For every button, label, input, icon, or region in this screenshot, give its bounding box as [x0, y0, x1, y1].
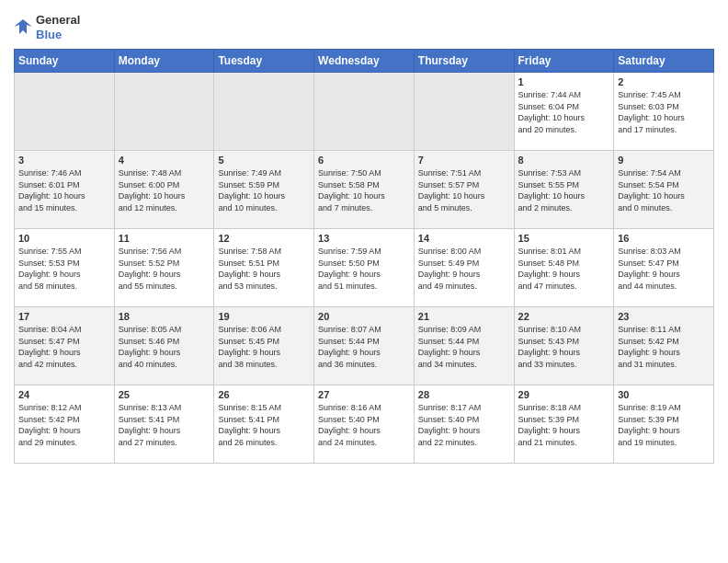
day-info: Sunrise: 8:07 AM Sunset: 5:44 PM Dayligh… [318, 324, 410, 370]
day-number: 5 [218, 155, 310, 166]
day-number: 12 [218, 233, 310, 244]
calendar-cell: 27Sunrise: 8:16 AM Sunset: 5:40 PM Dayli… [314, 385, 415, 464]
day-info: Sunrise: 8:06 AM Sunset: 5:45 PM Dayligh… [218, 324, 310, 370]
calendar-cell [314, 73, 415, 151]
calendar-cell: 1Sunrise: 7:44 AM Sunset: 6:04 PM Daylig… [514, 73, 614, 151]
day-number: 10 [18, 233, 110, 244]
calendar-cell: 23Sunrise: 8:11 AM Sunset: 5:42 PM Dayli… [614, 307, 714, 385]
day-info: Sunrise: 8:01 AM Sunset: 5:48 PM Dayligh… [518, 246, 610, 292]
calendar-cell: 14Sunrise: 8:00 AM Sunset: 5:49 PM Dayli… [414, 229, 514, 307]
calendar-cell [114, 73, 214, 151]
day-info: Sunrise: 8:12 AM Sunset: 5:42 PM Dayligh… [18, 402, 110, 448]
day-info: Sunrise: 8:00 AM Sunset: 5:49 PM Dayligh… [418, 246, 510, 292]
calendar-cell [15, 73, 115, 151]
svg-marker-0 [14, 19, 32, 34]
weekday-header-thursday: Thursday [414, 50, 514, 73]
day-info: Sunrise: 7:44 AM Sunset: 6:04 PM Dayligh… [518, 89, 610, 135]
day-info: Sunrise: 7:54 AM Sunset: 5:54 PM Dayligh… [618, 167, 710, 213]
calendar-week-5: 24Sunrise: 8:12 AM Sunset: 5:42 PM Dayli… [15, 385, 714, 464]
calendar-cell: 30Sunrise: 8:19 AM Sunset: 5:39 PM Dayli… [614, 385, 714, 464]
day-info: Sunrise: 8:19 AM Sunset: 5:39 PM Dayligh… [618, 402, 710, 448]
calendar-cell: 24Sunrise: 8:12 AM Sunset: 5:42 PM Dayli… [15, 385, 115, 464]
day-info: Sunrise: 8:04 AM Sunset: 5:47 PM Dayligh… [18, 324, 110, 370]
day-number: 6 [318, 155, 410, 166]
day-info: Sunrise: 8:10 AM Sunset: 5:43 PM Dayligh… [518, 324, 610, 370]
day-number: 30 [618, 389, 710, 400]
day-number: 21 [418, 311, 510, 322]
calendar-week-1: 1Sunrise: 7:44 AM Sunset: 6:04 PM Daylig… [15, 73, 714, 151]
calendar-cell: 22Sunrise: 8:10 AM Sunset: 5:43 PM Dayli… [514, 307, 614, 385]
calendar-cell: 18Sunrise: 8:05 AM Sunset: 5:46 PM Dayli… [114, 307, 214, 385]
calendar-cell: 19Sunrise: 8:06 AM Sunset: 5:45 PM Dayli… [214, 307, 314, 385]
day-info: Sunrise: 7:56 AM Sunset: 5:52 PM Dayligh… [119, 246, 210, 292]
weekday-header-friday: Friday [514, 50, 614, 73]
day-number: 19 [218, 311, 310, 322]
day-number: 4 [119, 155, 210, 166]
day-info: Sunrise: 8:18 AM Sunset: 5:39 PM Dayligh… [518, 402, 610, 448]
day-number: 29 [518, 389, 610, 400]
calendar-table: SundayMondayTuesdayWednesdayThursdayFrid… [14, 49, 714, 464]
day-number: 23 [618, 311, 710, 322]
day-number: 27 [318, 389, 410, 400]
calendar-week-2: 3Sunrise: 7:46 AM Sunset: 6:01 PM Daylig… [15, 151, 714, 229]
day-info: Sunrise: 8:16 AM Sunset: 5:40 PM Dayligh… [318, 402, 410, 448]
day-number: 24 [18, 389, 110, 400]
day-info: Sunrise: 7:55 AM Sunset: 5:53 PM Dayligh… [18, 246, 110, 292]
day-number: 17 [18, 311, 110, 322]
calendar-cell: 20Sunrise: 8:07 AM Sunset: 5:44 PM Dayli… [314, 307, 415, 385]
logo-line1: General [36, 13, 80, 28]
calendar-cell: 21Sunrise: 8:09 AM Sunset: 5:44 PM Dayli… [414, 307, 514, 385]
calendar-cell: 4Sunrise: 7:48 AM Sunset: 6:00 PM Daylig… [114, 151, 214, 229]
day-info: Sunrise: 7:49 AM Sunset: 5:59 PM Dayligh… [218, 167, 310, 213]
day-info: Sunrise: 8:09 AM Sunset: 5:44 PM Dayligh… [418, 324, 510, 370]
day-number: 15 [518, 233, 610, 244]
day-info: Sunrise: 8:05 AM Sunset: 5:46 PM Dayligh… [119, 324, 210, 370]
calendar-cell: 6Sunrise: 7:50 AM Sunset: 5:58 PM Daylig… [314, 151, 415, 229]
day-number: 9 [618, 155, 710, 166]
logo-line2: Blue [36, 28, 80, 42]
day-number: 7 [418, 155, 510, 166]
day-number: 13 [318, 233, 410, 244]
day-number: 3 [18, 155, 110, 166]
weekday-header-tuesday: Tuesday [214, 50, 314, 73]
day-number: 14 [418, 233, 510, 244]
day-number: 25 [119, 389, 210, 400]
day-info: Sunrise: 7:48 AM Sunset: 6:00 PM Dayligh… [119, 167, 210, 213]
calendar-cell: 25Sunrise: 8:13 AM Sunset: 5:41 PM Dayli… [114, 385, 214, 464]
day-info: Sunrise: 7:59 AM Sunset: 5:50 PM Dayligh… [318, 246, 410, 292]
calendar-cell [414, 73, 514, 151]
calendar-cell: 8Sunrise: 7:53 AM Sunset: 5:55 PM Daylig… [514, 151, 614, 229]
day-number: 18 [119, 311, 210, 322]
logo: General Blue [14, 13, 80, 41]
day-number: 8 [518, 155, 610, 166]
calendar-cell: 10Sunrise: 7:55 AM Sunset: 5:53 PM Dayli… [15, 229, 115, 307]
day-number: 11 [119, 233, 210, 244]
calendar-cell: 2Sunrise: 7:45 AM Sunset: 6:03 PM Daylig… [614, 73, 714, 151]
day-info: Sunrise: 7:53 AM Sunset: 5:55 PM Dayligh… [518, 167, 610, 213]
calendar-cell: 15Sunrise: 8:01 AM Sunset: 5:48 PM Dayli… [514, 229, 614, 307]
calendar-cell: 12Sunrise: 7:58 AM Sunset: 5:51 PM Dayli… [214, 229, 314, 307]
weekday-header-row: SundayMondayTuesdayWednesdayThursdayFrid… [15, 50, 714, 73]
day-info: Sunrise: 7:46 AM Sunset: 6:01 PM Dayligh… [18, 167, 110, 213]
calendar-week-4: 17Sunrise: 8:04 AM Sunset: 5:47 PM Dayli… [15, 307, 714, 385]
day-info: Sunrise: 8:03 AM Sunset: 5:47 PM Dayligh… [618, 246, 710, 292]
calendar-cell: 13Sunrise: 7:59 AM Sunset: 5:50 PM Dayli… [314, 229, 415, 307]
day-number: 16 [618, 233, 710, 244]
calendar-cell: 5Sunrise: 7:49 AM Sunset: 5:59 PM Daylig… [214, 151, 314, 229]
day-number: 1 [518, 76, 610, 87]
day-number: 2 [618, 76, 710, 87]
calendar-cell: 26Sunrise: 8:15 AM Sunset: 5:41 PM Dayli… [214, 385, 314, 464]
day-number: 26 [218, 389, 310, 400]
day-info: Sunrise: 7:51 AM Sunset: 5:57 PM Dayligh… [418, 167, 510, 213]
calendar-cell: 3Sunrise: 7:46 AM Sunset: 6:01 PM Daylig… [15, 151, 115, 229]
day-info: Sunrise: 8:13 AM Sunset: 5:41 PM Dayligh… [119, 402, 210, 448]
calendar-cell: 17Sunrise: 8:04 AM Sunset: 5:47 PM Dayli… [15, 307, 115, 385]
weekday-header-saturday: Saturday [614, 50, 714, 73]
day-info: Sunrise: 8:15 AM Sunset: 5:41 PM Dayligh… [218, 402, 310, 448]
day-number: 28 [418, 389, 510, 400]
calendar-week-3: 10Sunrise: 7:55 AM Sunset: 5:53 PM Dayli… [15, 229, 714, 307]
weekday-header-wednesday: Wednesday [314, 50, 415, 73]
page-container: General Blue SundayMondayTuesdayWednesda… [0, 0, 728, 473]
weekday-header-sunday: Sunday [15, 50, 115, 73]
calendar-cell: 29Sunrise: 8:18 AM Sunset: 5:39 PM Dayli… [514, 385, 614, 464]
